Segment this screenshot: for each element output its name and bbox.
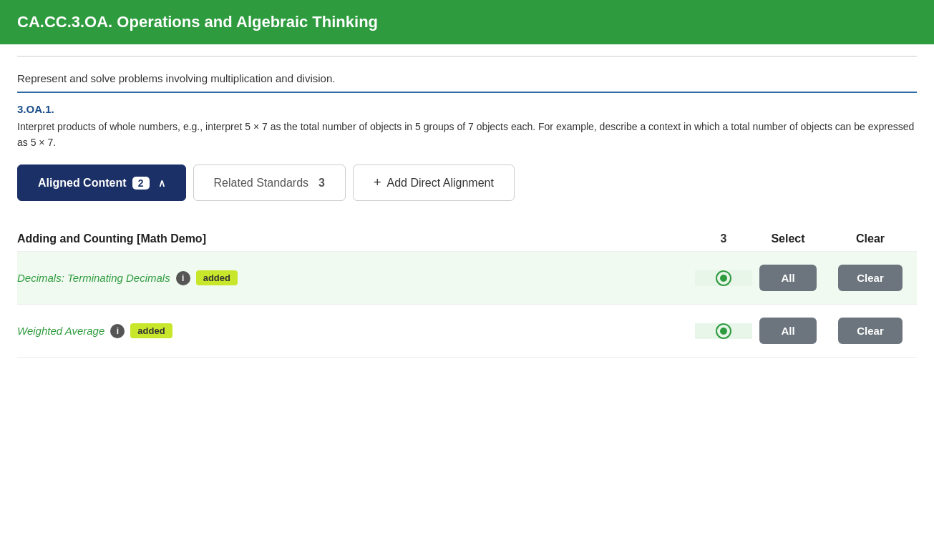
- item-link-weighted[interactable]: Weighted Average: [17, 325, 104, 337]
- aligned-count-badge: 2: [132, 177, 150, 190]
- item-title-area: Weighted Average i added: [17, 323, 695, 338]
- tabs-row: Aligned Content 2 ∧ Related Standards 3 …: [17, 164, 917, 201]
- num-cell-header: 3: [695, 232, 752, 245]
- related-count: 3: [318, 177, 325, 189]
- clear-button-weighted[interactable]: Clear: [838, 318, 903, 344]
- added-badge-weighted: added: [130, 323, 172, 338]
- select-col-header: Select: [752, 232, 824, 245]
- select-btn-col-weighted: All: [752, 318, 824, 344]
- top-divider: [17, 56, 917, 57]
- radio-cell-decimals[interactable]: [695, 270, 752, 286]
- added-badge-decimals: added: [196, 270, 238, 285]
- radio-inner-weighted: [720, 328, 727, 335]
- select-btn-col-decimals: All: [752, 265, 824, 291]
- tab-aligned-content[interactable]: Aligned Content 2 ∧: [17, 164, 186, 201]
- clear-col-header: Clear: [824, 232, 917, 245]
- info-icon-decimals[interactable]: i: [176, 271, 190, 285]
- info-icon-weighted[interactable]: i: [110, 324, 125, 338]
- content-group-header: Adding and Counting [Math Demo] 3 Select…: [17, 222, 917, 252]
- radio-outer-weighted[interactable]: [716, 323, 731, 339]
- page-title: CA.CC.3.OA. Operations and Algebraic Thi…: [17, 13, 378, 31]
- content-item-row: Decimals: Terminating Decimals i added A…: [17, 252, 917, 305]
- aligned-content-section: Adding and Counting [Math Demo] 3 Select…: [17, 222, 917, 358]
- radio-inner-decimals: [720, 275, 727, 282]
- standard-desc: Interpret products of whole numbers, e.g…: [17, 119, 917, 150]
- content-item-row: Weighted Average i added All Clear: [17, 305, 917, 358]
- clear-button-decimals[interactable]: Clear: [838, 265, 903, 291]
- select-label: Select: [771, 232, 804, 245]
- radio-cell-weighted[interactable]: [695, 323, 752, 339]
- item-link-decimals[interactable]: Decimals: Terminating Decimals: [17, 272, 170, 284]
- main-content: Represent and solve problems involving m…: [0, 56, 934, 358]
- content-group-title: Adding and Counting [Math Demo]: [17, 232, 695, 245]
- page-header: CA.CC.3.OA. Operations and Algebraic Thi…: [0, 0, 934, 44]
- chevron-up-icon: ∧: [158, 177, 165, 189]
- clear-btn-col-decimals: Clear: [824, 265, 917, 291]
- clear-label: Clear: [856, 232, 885, 245]
- all-button-weighted[interactable]: All: [759, 318, 817, 344]
- item-title-area: Decimals: Terminating Decimals i added: [17, 270, 695, 285]
- tab-add-alignment[interactable]: + Add Direct Alignment: [353, 164, 515, 201]
- tab-related-standards[interactable]: Related Standards 3: [193, 164, 346, 201]
- all-button-decimals[interactable]: All: [759, 265, 817, 291]
- tab-add-label: Add Direct Alignment: [387, 177, 494, 190]
- section-intro: Represent and solve problems involving m…: [17, 65, 917, 93]
- clear-btn-col-weighted: Clear: [824, 318, 917, 344]
- plus-icon: +: [374, 175, 381, 190]
- radio-outer-decimals[interactable]: [716, 270, 731, 286]
- tab-aligned-label: Aligned Content: [38, 177, 127, 190]
- standard-code: 3.OA.1.: [17, 103, 917, 115]
- tab-related-label: Related Standards: [214, 177, 309, 190]
